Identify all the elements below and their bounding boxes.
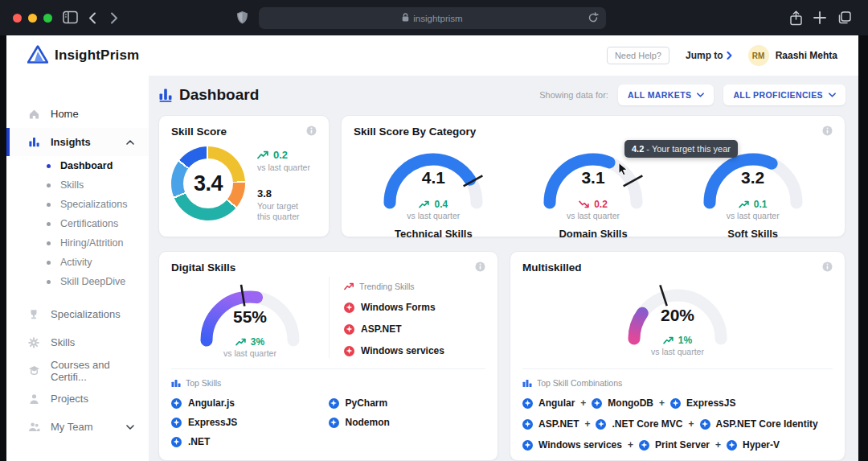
skill-badge-icon xyxy=(344,303,354,313)
back-icon[interactable] xyxy=(88,12,96,27)
info-icon[interactable] xyxy=(822,261,833,272)
gauge-value: 55% xyxy=(171,307,329,327)
tab-overview-icon[interactable] xyxy=(837,10,852,28)
top-skill-item[interactable]: .NET xyxy=(171,436,329,447)
gauge-value: 4.1 xyxy=(354,168,514,187)
gauge-delta: 0.1 xyxy=(673,199,833,210)
need-help-button[interactable]: Need Help? xyxy=(607,47,669,64)
trending-skill-item[interactable]: Windows Forms xyxy=(344,302,485,313)
forward-icon[interactable] xyxy=(110,12,118,27)
dashboard-icon xyxy=(158,87,174,102)
card-title: Skill Score xyxy=(171,126,227,138)
bullet-icon xyxy=(47,183,51,187)
markets-filter-dropdown[interactable]: ALL MARKETS xyxy=(618,84,714,105)
top-skill-combinations-header: Top Skill Combinations xyxy=(522,378,833,388)
digital-skills-gauge: 55% 3% vs last quarter xyxy=(171,277,329,358)
reload-icon[interactable] xyxy=(588,12,599,25)
jump-to-button[interactable]: Jump to xyxy=(686,50,732,61)
skill-score-value: 3.4 xyxy=(194,171,223,196)
address-bar[interactable]: insightprism xyxy=(259,7,606,29)
avatar: RM xyxy=(748,45,769,66)
person-icon xyxy=(27,393,40,405)
sidebar-item-projects[interactable]: Projects xyxy=(6,385,149,413)
toolbar-sidebar-toggle-icon[interactable] xyxy=(63,10,78,27)
skill-combination-row[interactable]: Windows services + Print Server + Hyper-… xyxy=(522,439,833,451)
skill-score-donut-chart: 3.4 xyxy=(171,146,245,220)
skill-badge-icon xyxy=(522,398,533,409)
sidebar-item-skills[interactable]: Skills xyxy=(6,328,149,356)
skill-badge-icon xyxy=(171,418,182,428)
app-header: InsightPrism Need Help? Jump to RM Raash… xyxy=(6,35,858,76)
sidebar-subitem-dashboard[interactable]: Dashboard xyxy=(6,156,149,175)
sidebar-subitem-activity[interactable]: Activity xyxy=(6,253,149,272)
gauge-label: Domain Skills xyxy=(514,228,674,240)
home-icon xyxy=(27,109,40,120)
brand-logo[interactable]: InsightPrism xyxy=(27,45,139,67)
user-name: Raashi Mehta xyxy=(776,50,837,61)
top-skill-item[interactable]: PyCharm xyxy=(329,397,486,409)
sidebar-item-home[interactable]: Home xyxy=(6,100,149,128)
top-skill-item[interactable]: Angular.js xyxy=(171,397,329,409)
horizontal-divider: Top Skills Angular.js PyCharm ExpressJS … xyxy=(171,368,485,447)
sidebar-item-insights[interactable]: Insights xyxy=(6,128,149,156)
trend-up-icon xyxy=(663,336,674,344)
trending-skill-item[interactable]: ASP.NET xyxy=(344,323,485,335)
skill-score-by-category-card: Skill Score By Category 4.1 0.4 v xyxy=(341,115,845,237)
minimize-window-button[interactable] xyxy=(28,14,37,23)
trending-skill-item[interactable]: Windows services xyxy=(344,345,485,356)
sidebar-subitem-certifications[interactable]: Certifications xyxy=(6,214,149,233)
skill-badge-icon xyxy=(344,346,354,356)
trending-skills-header: Trending Skills xyxy=(344,282,485,291)
top-skill-item[interactable]: ExpressJS xyxy=(171,417,329,428)
chevron-down-icon xyxy=(126,425,134,430)
top-skill-item[interactable]: Nodemon xyxy=(329,417,486,428)
shield-icon[interactable] xyxy=(236,10,248,28)
user-menu[interactable]: RM Raashi Mehta xyxy=(748,45,837,66)
sidebar-subitem-skill-deepdive[interactable]: Skill DeepDive xyxy=(6,272,149,291)
skill-combination-row[interactable]: ASP.NET + .NET Core MVC + ASP.NET Core I… xyxy=(522,418,833,430)
share-icon[interactable] xyxy=(789,10,803,29)
window-controls xyxy=(13,14,52,23)
skill-badge-icon xyxy=(329,418,339,428)
delta-caption: vs last quarter xyxy=(257,163,310,174)
gauge-caption: vs last quarter xyxy=(354,211,514,220)
dashboard-main: Dashboard Showing data for: ALL MARKETS … xyxy=(149,76,858,461)
target-tooltip: 4.2 - Your target this year xyxy=(624,140,738,158)
zoom-window-button[interactable] xyxy=(43,14,52,23)
info-icon[interactable] xyxy=(306,126,317,136)
bullet-icon xyxy=(47,241,51,245)
chevron-right-icon xyxy=(727,51,732,60)
skill-combination-row[interactable]: Angular + MongoDB + ExpressJS xyxy=(522,397,833,409)
new-tab-icon[interactable] xyxy=(813,11,826,27)
skill-score-card: Skill Score 3.4 0.2 xyxy=(158,115,330,237)
digital-skills-card: Digital Skills 55% 3% vs last qua xyxy=(158,251,498,461)
gauge-value: 3.1 xyxy=(514,168,674,187)
trending-icon xyxy=(344,282,354,290)
gauge-delta: 0.4 xyxy=(354,199,514,210)
url-text: insightprism xyxy=(413,14,462,23)
sidebar-item-specializations[interactable]: Specializations xyxy=(6,300,149,328)
bullet-icon xyxy=(47,222,51,226)
showing-data-label: Showing data for: xyxy=(539,90,608,100)
sidebar-subitem-specializations[interactable]: Specializations xyxy=(6,195,149,214)
skill-badge-icon xyxy=(639,440,649,451)
info-icon[interactable] xyxy=(475,261,485,272)
courses-icon xyxy=(27,365,40,376)
sidebar-subitem-hiring-attrition[interactable]: Hiring/Attrition xyxy=(6,233,149,253)
proficiencies-filter-dropdown[interactable]: ALL PROFICIENCIES xyxy=(723,84,845,105)
top-skills-header: Top Skills xyxy=(171,378,485,388)
brand-name: InsightPrism xyxy=(55,47,139,64)
skill-badge-icon xyxy=(700,419,710,430)
sidebar-item-courses[interactable]: Courses and Certifi... xyxy=(6,356,149,385)
sidebar-item-my-team[interactable]: My Team xyxy=(6,413,149,441)
people-icon xyxy=(27,422,40,432)
web-page: InsightPrism Need Help? Jump to RM Raash… xyxy=(6,35,858,461)
podium-icon xyxy=(522,379,532,388)
card-title: Skill Score By Category xyxy=(354,126,476,138)
sidebar-subitem-skills[interactable]: Skills xyxy=(6,175,149,195)
skill-badge-icon xyxy=(592,398,602,409)
sidebar: Home Insights Dashboard Skills Specializ… xyxy=(6,76,149,461)
info-icon[interactable] xyxy=(822,126,833,136)
close-window-button[interactable] xyxy=(13,14,22,23)
gauge-delta: 1% xyxy=(599,335,756,346)
